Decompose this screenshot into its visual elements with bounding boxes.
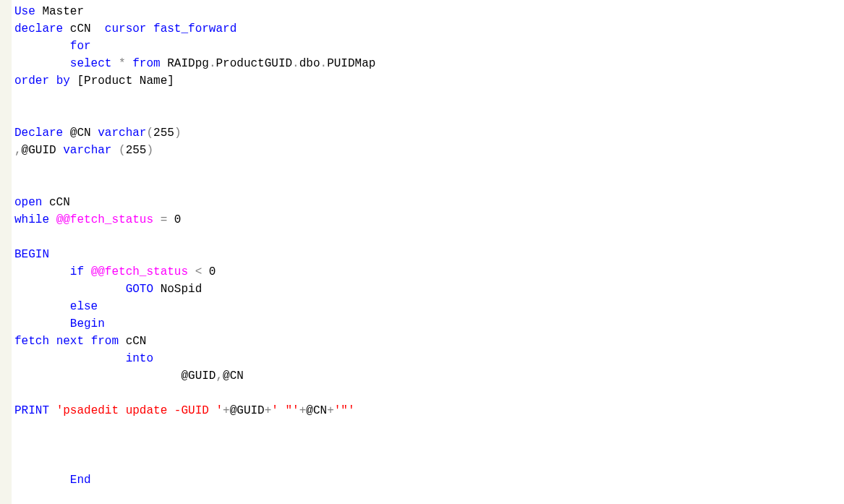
- code-token: varchar: [98, 127, 146, 140]
- code-token: [111, 57, 119, 70]
- code-token: [84, 335, 91, 348]
- code-token: +: [265, 404, 272, 417]
- code-token: @CN: [63, 127, 98, 140]
- code-token: [14, 352, 126, 365]
- code-token: @@fetch_status: [56, 213, 153, 226]
- code-token: 255: [153, 127, 174, 140]
- code-token: @GUID: [14, 370, 216, 383]
- code-token: while: [14, 213, 49, 226]
- code-token: ,: [14, 144, 22, 157]
- code-token: +: [299, 404, 307, 417]
- code-token: NoSpid: [153, 283, 202, 296]
- code-token: [49, 213, 56, 226]
- code-token: [153, 213, 161, 226]
- code-token: *: [119, 57, 126, 70]
- code-token: [14, 300, 70, 313]
- code-token: [Product Name]: [70, 74, 174, 87]
- code-token: into: [126, 352, 153, 365]
- code-token: order: [14, 74, 49, 87]
- code-token: ): [146, 144, 153, 157]
- code-token: .: [320, 57, 328, 70]
- code-token: End: [70, 474, 91, 487]
- code-token: 255: [126, 144, 147, 157]
- code-token: ,: [216, 370, 223, 383]
- code-token: cursor: [105, 22, 147, 35]
- code-token: fast_forward: [153, 22, 236, 35]
- code-token: Master: [35, 5, 84, 18]
- code-token: (: [146, 127, 153, 140]
- code-token: @@fetch_status: [91, 265, 188, 278]
- code-token: @GUID: [22, 144, 64, 157]
- code-token: dbo: [299, 57, 320, 70]
- code-token: varchar: [63, 144, 111, 157]
- left-gutter: [0, 0, 12, 489]
- code-token: 0: [202, 265, 216, 278]
- code-token: BEGIN: [14, 248, 49, 261]
- code-token: .: [292, 57, 299, 70]
- code-token: [14, 57, 70, 70]
- code-token: <: [195, 265, 203, 278]
- code-token: +: [223, 404, 230, 417]
- code-token: 'psadedit update -GUID ': [56, 404, 223, 417]
- code-token: '"': [334, 404, 355, 417]
- code-token: from: [91, 335, 119, 348]
- code-token: 0: [167, 213, 181, 226]
- code-token: [111, 144, 119, 157]
- code-token: else: [70, 300, 98, 313]
- code-token: [49, 74, 56, 87]
- code-token: PRINT: [14, 404, 49, 417]
- code-token: [14, 474, 70, 487]
- code-token: open: [14, 196, 42, 209]
- code-token: ProductGUID: [216, 57, 292, 70]
- code-token: GOTO: [126, 283, 153, 296]
- code-token: [126, 57, 133, 70]
- code-token: [49, 335, 56, 348]
- code-token: @CN: [223, 370, 244, 383]
- code-token: RAIDpg: [161, 57, 209, 70]
- code-token: +: [327, 404, 334, 417]
- code-token: for: [70, 40, 91, 53]
- code-token: ): [174, 127, 182, 140]
- code-token: cCN: [119, 335, 146, 348]
- code-token: [14, 283, 126, 296]
- code-token: next: [56, 335, 84, 348]
- code-token: =: [161, 213, 168, 226]
- code-token: Begin: [70, 317, 105, 330]
- code-block: Use Master declare cCN cursor fast_forwa…: [14, 3, 844, 489]
- code-token: [146, 22, 153, 35]
- code-token: cCN: [63, 22, 105, 35]
- code-token: cCN: [42, 196, 69, 209]
- code-token: (: [119, 144, 126, 157]
- code-token: ' "': [271, 404, 299, 417]
- code-token: [14, 317, 70, 330]
- code-token: @CN: [306, 404, 327, 417]
- code-token: @GUID: [230, 404, 265, 417]
- code-token: [188, 265, 195, 278]
- code-token: declare: [14, 22, 63, 35]
- code-token: if: [70, 265, 84, 278]
- code-token: [84, 265, 91, 278]
- code-token: Use: [14, 5, 35, 18]
- code-token: by: [56, 74, 70, 87]
- code-token: [14, 40, 70, 53]
- code-token: from: [132, 57, 160, 70]
- code-token: [14, 265, 70, 278]
- code-token: [49, 404, 56, 417]
- code-token: Declare: [14, 127, 63, 140]
- code-token: PUIDMap: [327, 57, 375, 70]
- code-token: fetch: [14, 335, 49, 348]
- code-token: select: [70, 57, 112, 70]
